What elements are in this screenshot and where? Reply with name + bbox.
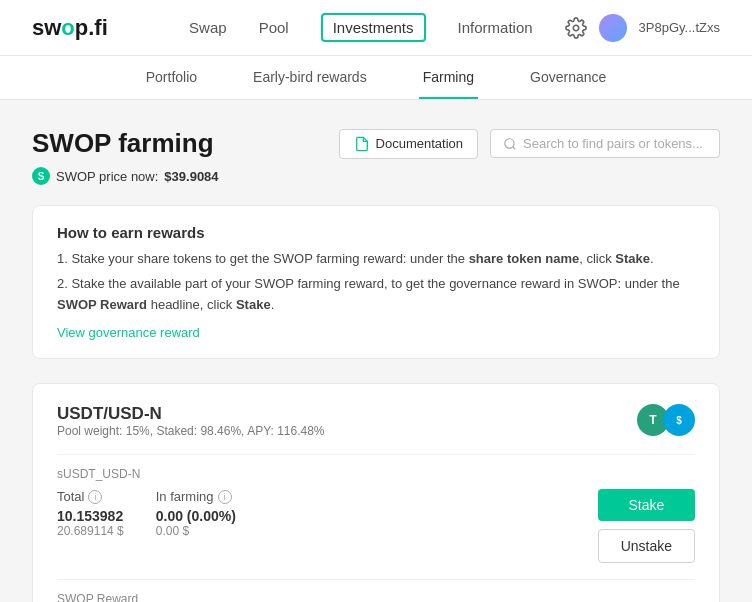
swop-coin-icon: S bbox=[32, 167, 50, 185]
info-box: How to earn rewards 1. Stake your share … bbox=[32, 205, 720, 359]
svg-line-2 bbox=[513, 146, 516, 149]
pool-name-meta: USDT/USD-N Pool weight: 15%, Staked: 98.… bbox=[57, 404, 325, 450]
header: swop.fi Swap Pool Investments Informatio… bbox=[0, 0, 752, 56]
in-farming-col: In farming i 0.00 (0.00%) 0.00 $ bbox=[156, 489, 236, 538]
total-sub: 20.689114 $ bbox=[57, 524, 124, 538]
page-header-row: SWOP farming Documentation Search to fin… bbox=[32, 128, 720, 159]
search-placeholder: Search to find pairs or tokens... bbox=[523, 136, 703, 151]
main-content: SWOP farming Documentation Search to fin… bbox=[0, 100, 752, 602]
search-box[interactable]: Search to find pairs or tokens... bbox=[490, 129, 720, 158]
usdn-icon: $ bbox=[663, 404, 695, 436]
settings-icon[interactable] bbox=[565, 17, 587, 39]
page-title: SWOP farming bbox=[32, 128, 214, 159]
total-info-icon[interactable]: i bbox=[88, 490, 102, 504]
pool-header: USDT/USD-N Pool weight: 15%, Staked: 98.… bbox=[57, 404, 695, 450]
pool-name: USDT/USD-N bbox=[57, 404, 325, 424]
pool-card: USDT/USD-N Pool weight: 15%, Staked: 98.… bbox=[32, 383, 720, 602]
info-line2: 2. Stake the available part of your SWOP… bbox=[57, 274, 695, 316]
in-farming-info-icon[interactable]: i bbox=[218, 490, 232, 504]
main-nav: Swap Pool Investments Information bbox=[189, 13, 532, 42]
nav-swap[interactable]: Swap bbox=[189, 19, 227, 36]
total-col: Total i 10.153982 20.689114 $ bbox=[57, 489, 124, 538]
documentation-button[interactable]: Documentation bbox=[339, 129, 478, 159]
tab-farming[interactable]: Farming bbox=[419, 56, 478, 99]
svg-point-0 bbox=[573, 25, 579, 31]
tab-portfolio[interactable]: Portfolio bbox=[142, 56, 201, 99]
reward-label: SWOP Reward bbox=[57, 592, 695, 602]
in-farming-value: 0.00 (0.00%) bbox=[156, 508, 236, 524]
in-farming-label: In farming i bbox=[156, 489, 236, 504]
nav-pool[interactable]: Pool bbox=[259, 19, 289, 36]
price-label: SWOP price now: bbox=[56, 169, 158, 184]
info-title: How to earn rewards bbox=[57, 224, 695, 241]
price-row: S SWOP price now: $39.9084 bbox=[32, 167, 720, 185]
document-icon bbox=[354, 136, 370, 152]
pool-icons: T $ bbox=[637, 404, 695, 436]
stake-actions: Stake Unstake bbox=[598, 489, 695, 563]
total-value: 10.153982 bbox=[57, 508, 124, 524]
share-label: sUSDT_USD-N bbox=[57, 454, 695, 481]
logo: swop.fi bbox=[32, 15, 108, 41]
unstake-button[interactable]: Unstake bbox=[598, 529, 695, 563]
pool-meta: Pool weight: 15%, Staked: 98.46%, APY: 1… bbox=[57, 424, 325, 438]
total-label: Total i bbox=[57, 489, 124, 504]
tab-early-bird[interactable]: Early-bird rewards bbox=[249, 56, 371, 99]
stake-button[interactable]: Stake bbox=[598, 489, 695, 521]
sub-nav: Portfolio Early-bird rewards Farming Gov… bbox=[0, 56, 752, 100]
price-value: $39.9084 bbox=[164, 169, 218, 184]
wallet-address[interactable]: 3P8pGy...tZxs bbox=[639, 20, 720, 35]
nav-investments[interactable]: Investments bbox=[321, 13, 426, 42]
farming-row: Total i 10.153982 20.689114 $ In farming… bbox=[57, 489, 695, 563]
svg-point-1 bbox=[505, 138, 514, 147]
in-farming-sub: 0.00 $ bbox=[156, 524, 236, 538]
tab-governance[interactable]: Governance bbox=[526, 56, 610, 99]
divider bbox=[57, 579, 695, 580]
search-icon bbox=[503, 137, 517, 151]
nav-information[interactable]: Information bbox=[458, 19, 533, 36]
info-line1: 1. Stake your share tokens to get the SW… bbox=[57, 249, 695, 270]
avatar bbox=[599, 14, 627, 42]
view-governance-link[interactable]: View governance reward bbox=[57, 325, 200, 340]
header-right: 3P8pGy...tZxs bbox=[565, 14, 720, 42]
